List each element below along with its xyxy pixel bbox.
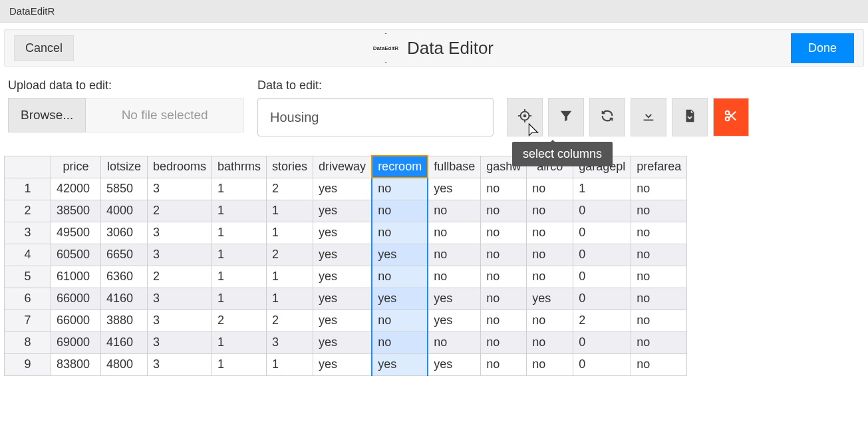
cell-fullbase[interactable]: yes xyxy=(428,288,481,310)
cell-bathrms[interactable]: 1 xyxy=(212,222,267,244)
cell-stories[interactable]: 2 xyxy=(267,310,313,331)
cell-bedrooms[interactable]: 3 xyxy=(148,331,212,353)
cell-bedrooms[interactable]: 3 xyxy=(148,310,212,331)
cell-bedrooms[interactable]: 3 xyxy=(148,353,212,375)
cell-bedrooms[interactable]: 3 xyxy=(148,244,212,266)
cell-stories[interactable]: 1 xyxy=(267,200,313,222)
cell-airco[interactable]: no xyxy=(527,244,573,266)
data-select-input[interactable] xyxy=(257,98,494,136)
cell-lotsize[interactable]: 4000 xyxy=(101,200,148,222)
col-header-prefarea[interactable]: prefarea xyxy=(631,156,687,178)
col-header-lotsize[interactable]: lotsize xyxy=(101,156,148,178)
cell-prefarea[interactable]: no xyxy=(631,310,687,331)
cell-garagepl[interactable]: 0 xyxy=(573,331,631,353)
cell-airco[interactable]: no xyxy=(527,353,573,375)
cell-price[interactable]: 83800 xyxy=(51,353,101,375)
cell-driveway[interactable]: yes xyxy=(313,310,372,331)
col-header-bathrms[interactable]: bathrms xyxy=(212,156,267,178)
cell-driveway[interactable]: yes xyxy=(313,331,372,353)
filter-button[interactable] xyxy=(548,98,584,136)
cell-airco[interactable]: no xyxy=(527,310,573,331)
browse-button[interactable]: Browse... xyxy=(8,98,86,132)
cell-fullbase[interactable]: no xyxy=(428,244,481,266)
cell-stories[interactable]: 2 xyxy=(267,178,313,200)
cancel-button[interactable]: Cancel xyxy=(14,35,74,61)
cell-fullbase[interactable]: no xyxy=(428,222,481,244)
cell-garagepl[interactable]: 0 xyxy=(573,266,631,288)
cell-driveway[interactable]: yes xyxy=(313,353,372,375)
cell-driveway[interactable]: yes xyxy=(313,178,372,200)
cell-price[interactable]: 60500 xyxy=(51,244,101,266)
row-number[interactable]: 8 xyxy=(5,331,51,353)
cell-bathrms[interactable]: 1 xyxy=(212,331,267,353)
cell-garagepl[interactable]: 0 xyxy=(573,288,631,310)
col-header-price[interactable]: price xyxy=(51,156,101,178)
cell-recroom[interactable]: no xyxy=(372,200,428,222)
download-button[interactable] xyxy=(631,98,666,136)
col-header-driveway[interactable]: driveway xyxy=(313,156,372,178)
cell-prefarea[interactable]: no xyxy=(631,331,687,353)
cell-gashw[interactable]: no xyxy=(481,222,527,244)
cell-bathrms[interactable]: 1 xyxy=(212,353,267,375)
cell-airco[interactable]: no xyxy=(527,222,573,244)
cell-stories[interactable]: 1 xyxy=(267,222,313,244)
row-number[interactable]: 6 xyxy=(5,288,51,310)
cell-lotsize[interactable]: 4800 xyxy=(101,353,148,375)
done-button[interactable]: Done xyxy=(791,33,854,63)
cell-prefarea[interactable]: no xyxy=(631,222,687,244)
cell-recroom[interactable]: no xyxy=(372,178,428,200)
cell-gashw[interactable]: no xyxy=(481,310,527,331)
cell-gashw[interactable]: no xyxy=(481,353,527,375)
cell-fullbase[interactable]: yes xyxy=(428,178,481,200)
cell-lotsize[interactable]: 5850 xyxy=(101,178,148,200)
cell-garagepl[interactable]: 0 xyxy=(573,222,631,244)
row-number[interactable]: 5 xyxy=(5,266,51,288)
cell-airco[interactable]: no xyxy=(527,200,573,222)
cell-airco[interactable]: no xyxy=(527,266,573,288)
cell-recroom[interactable]: yes xyxy=(372,244,428,266)
cell-lotsize[interactable]: 6360 xyxy=(101,266,148,288)
cell-bathrms[interactable]: 1 xyxy=(212,288,267,310)
cell-bedrooms[interactable]: 2 xyxy=(148,266,212,288)
col-header-bedrooms[interactable]: bedrooms xyxy=(148,156,212,178)
cell-garagepl[interactable]: 2 xyxy=(573,310,631,331)
cell-bedrooms[interactable]: 2 xyxy=(148,200,212,222)
cell-prefarea[interactable]: no xyxy=(631,178,687,200)
cell-bathrms[interactable]: 1 xyxy=(212,244,267,266)
cell-airco[interactable]: no xyxy=(527,178,573,200)
cell-driveway[interactable]: yes xyxy=(313,222,372,244)
cell-price[interactable]: 66000 xyxy=(51,310,101,331)
cell-bedrooms[interactable]: 3 xyxy=(148,222,212,244)
cell-lotsize[interactable]: 4160 xyxy=(101,288,148,310)
cell-driveway[interactable]: yes xyxy=(313,244,372,266)
cell-bathrms[interactable]: 1 xyxy=(212,178,267,200)
cell-recroom[interactable]: no xyxy=(372,266,428,288)
cell-stories[interactable]: 2 xyxy=(267,244,313,266)
cell-bathrms[interactable]: 1 xyxy=(212,266,267,288)
cell-fullbase[interactable]: no xyxy=(428,200,481,222)
cell-fullbase[interactable]: no xyxy=(428,331,481,353)
cell-stories[interactable]: 1 xyxy=(267,353,313,375)
cell-gashw[interactable]: no xyxy=(481,288,527,310)
row-number[interactable]: 3 xyxy=(5,222,51,244)
cell-bedrooms[interactable]: 3 xyxy=(148,178,212,200)
cell-fullbase[interactable]: yes xyxy=(428,353,481,375)
cell-gashw[interactable]: no xyxy=(481,178,527,200)
cell-price[interactable]: 61000 xyxy=(51,266,101,288)
cell-prefarea[interactable]: no xyxy=(631,244,687,266)
cell-prefarea[interactable]: no xyxy=(631,266,687,288)
cell-prefarea[interactable]: no xyxy=(631,288,687,310)
cell-recroom[interactable]: yes xyxy=(372,288,428,310)
row-number[interactable]: 2 xyxy=(5,200,51,222)
sync-button[interactable] xyxy=(589,98,625,136)
cell-price[interactable]: 69000 xyxy=(51,331,101,353)
save-file-button[interactable] xyxy=(672,98,708,136)
cell-stories[interactable]: 3 xyxy=(267,331,313,353)
row-number[interactable]: 4 xyxy=(5,244,51,266)
cell-stories[interactable]: 1 xyxy=(267,266,313,288)
cell-driveway[interactable]: yes xyxy=(313,200,372,222)
cell-airco[interactable]: no xyxy=(527,331,573,353)
cell-garagepl[interactable]: 1 xyxy=(573,178,631,200)
cut-button[interactable] xyxy=(713,98,749,136)
cell-garagepl[interactable]: 0 xyxy=(573,200,631,222)
